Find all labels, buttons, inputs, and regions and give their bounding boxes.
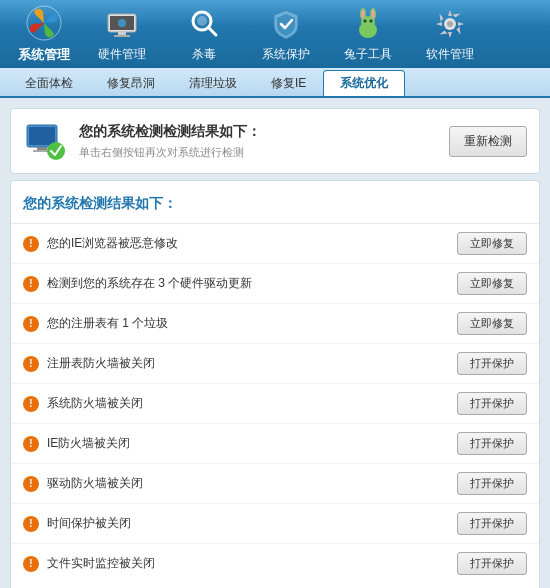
svg-point-16 <box>370 19 373 22</box>
nav-item-protection[interactable]: 系统保护 <box>246 4 326 64</box>
fix-button-1[interactable]: 立即修复 <box>457 272 527 295</box>
fix-button-8[interactable]: 打开保护 <box>457 552 527 575</box>
logo-icon <box>25 4 63 42</box>
tab-fix-ie[interactable]: 修复IE <box>254 70 323 96</box>
result-row-6: ! 驱动防火墙被关闭 打开保护 <box>11 464 539 504</box>
result-left-0: ! 您的IE浏览器被恶意修改 <box>23 235 178 252</box>
svg-rect-4 <box>114 35 130 37</box>
result-row-8: ! 文件实时监控被关闭 打开保护 <box>11 544 539 583</box>
result-text-0: 您的IE浏览器被恶意修改 <box>47 235 178 252</box>
result-left-8: ! 文件实时监控被关闭 <box>23 555 155 572</box>
result-text-6: 驱动防火墙被关闭 <box>47 475 143 492</box>
summary-left: 您的系统检测检测结果如下： 单击右侧按钮再次对系统进行检测 <box>23 119 261 163</box>
result-row-7: ! 时间保护被关闭 打开保护 <box>11 504 539 544</box>
warning-icon-1: ! <box>23 276 39 292</box>
nav-item-kill[interactable]: 杀毒 <box>164 4 244 64</box>
svg-rect-3 <box>118 32 126 35</box>
summary-title: 您的系统检测检测结果如下： <box>79 123 261 141</box>
result-left-2: ! 您的注册表有 1 个垃圾 <box>23 315 168 332</box>
fix-button-4[interactable]: 打开保护 <box>457 392 527 415</box>
summary-icon <box>23 119 67 163</box>
fix-button-2[interactable]: 立即修复 <box>457 312 527 335</box>
top-navigation: 系统管理 硬件管理 杀毒 系统保护 <box>0 0 550 68</box>
result-row-2: ! 您的注册表有 1 个垃圾 立即修复 <box>11 304 539 344</box>
warning-icon-3: ! <box>23 356 39 372</box>
app-logo[interactable]: 系统管理 <box>8 4 80 64</box>
results-title: 您的系统检测结果如下： <box>11 189 539 224</box>
svg-point-5 <box>118 19 126 27</box>
result-row-0: ! 您的IE浏览器被恶意修改 立即修复 <box>11 224 539 264</box>
tab-bar: 全面体检 修复昂洞 清理垃圾 修复IE 系统优化 <box>0 68 550 98</box>
tab-full-check[interactable]: 全面体检 <box>8 70 90 96</box>
summary-subtitle: 单击右侧按钮再次对系统进行检测 <box>79 145 261 160</box>
warning-icon-7: ! <box>23 516 39 532</box>
result-left-3: ! 注册表防火墙被关闭 <box>23 355 155 372</box>
kill-icon <box>186 6 222 42</box>
fix-button-7[interactable]: 打开保护 <box>457 512 527 535</box>
result-text-3: 注册表防火墙被关闭 <box>47 355 155 372</box>
nav-kill-label: 杀毒 <box>192 46 216 63</box>
result-left-6: ! 驱动防火墙被关闭 <box>23 475 143 492</box>
svg-point-18 <box>447 21 453 27</box>
svg-rect-20 <box>29 127 55 145</box>
result-text-8: 文件实时监控被关闭 <box>47 555 155 572</box>
software-icon <box>432 6 468 42</box>
tab-fix-error[interactable]: 修复昂洞 <box>90 70 172 96</box>
summary-box: 您的系统检测检测结果如下： 单击右侧按钮再次对系统进行检测 重新检测 <box>10 108 540 174</box>
fix-button-0[interactable]: 立即修复 <box>457 232 527 255</box>
nav-protection-label: 系统保护 <box>262 46 310 63</box>
svg-point-15 <box>364 19 367 22</box>
nav-item-hardware[interactable]: 硬件管理 <box>82 4 162 64</box>
protection-icon <box>268 6 304 42</box>
tab-clean-junk[interactable]: 清理垃圾 <box>172 70 254 96</box>
result-left-4: ! 系统防火墙被关闭 <box>23 395 143 412</box>
result-text-1: 检测到您的系统存在 3 个硬件驱动更新 <box>47 275 252 292</box>
result-text-7: 时间保护被关闭 <box>47 515 131 532</box>
nav-item-software[interactable]: 软件管理 <box>410 4 490 64</box>
result-row-3: ! 注册表防火墙被关闭 打开保护 <box>11 344 539 384</box>
app-title: 系统管理 <box>18 46 70 64</box>
warning-icon-0: ! <box>23 236 39 252</box>
results-section: 您的系统检测结果如下： ! 您的IE浏览器被恶意修改 立即修复 ! 检测到您的系… <box>10 180 540 588</box>
fix-button-6[interactable]: 打开保护 <box>457 472 527 495</box>
result-row-1: ! 检测到您的系统存在 3 个硬件驱动更新 立即修复 <box>11 264 539 304</box>
warning-icon-5: ! <box>23 436 39 452</box>
nav-software-label: 软件管理 <box>426 46 474 63</box>
svg-rect-21 <box>37 147 47 150</box>
svg-point-14 <box>372 9 375 18</box>
warning-icon-8: ! <box>23 556 39 572</box>
result-row-4: ! 系统防火墙被关闭 打开保护 <box>11 384 539 424</box>
nav-hardware-label: 硬件管理 <box>98 46 146 63</box>
rescan-button[interactable]: 重新检测 <box>449 126 527 157</box>
result-text-2: 您的注册表有 1 个垃圾 <box>47 315 168 332</box>
nav-rabbit-label: 兔子工具 <box>344 46 392 63</box>
warning-icon-2: ! <box>23 316 39 332</box>
result-left-5: ! IE防火墙被关闭 <box>23 435 130 452</box>
result-row-5: ! IE防火墙被关闭 打开保护 <box>11 424 539 464</box>
svg-point-13 <box>362 9 365 18</box>
result-text-5: IE防火墙被关闭 <box>47 435 130 452</box>
fix-button-3[interactable]: 打开保护 <box>457 352 527 375</box>
rabbit-icon <box>350 6 386 42</box>
result-text-4: 系统防火墙被关闭 <box>47 395 143 412</box>
svg-point-23 <box>47 142 65 160</box>
summary-text: 您的系统检测检测结果如下： 单击右侧按钮再次对系统进行检测 <box>79 123 261 160</box>
warning-icon-6: ! <box>23 476 39 492</box>
result-left-7: ! 时间保护被关闭 <box>23 515 131 532</box>
hardware-icon <box>104 6 140 42</box>
svg-line-8 <box>209 28 216 35</box>
tab-optimize[interactable]: 系统优化 <box>323 70 405 96</box>
warning-icon-4: ! <box>23 396 39 412</box>
svg-point-7 <box>197 16 207 26</box>
result-left-1: ! 检测到您的系统存在 3 个硬件驱动更新 <box>23 275 252 292</box>
fix-button-5[interactable]: 打开保护 <box>457 432 527 455</box>
nav-item-rabbit[interactable]: 兔子工具 <box>328 4 408 64</box>
